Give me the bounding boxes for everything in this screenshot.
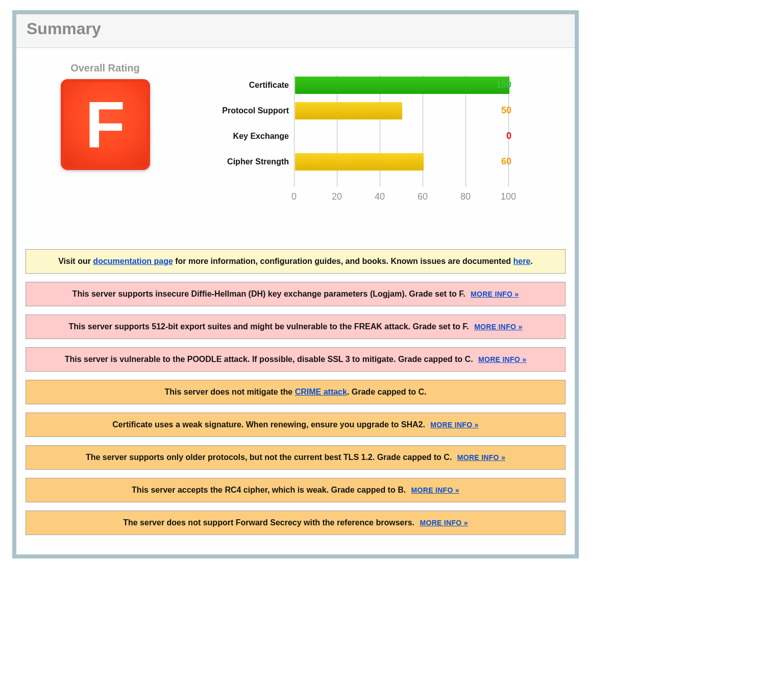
chart-tick-label: 40 (375, 191, 385, 202)
chart-value: 50 (501, 105, 511, 116)
chart-tick-label: 60 (418, 191, 428, 202)
grade-badge: F (61, 79, 150, 170)
chart-tick-label: 100 (501, 191, 516, 202)
more-info-link[interactable]: MORE INFO » (420, 519, 468, 527)
overall-rating-label: Overall Rating (29, 62, 182, 74)
chart-row-label: Certificate (182, 81, 294, 90)
chart-row-label: Cipher Strength (182, 157, 294, 166)
chart-bar (295, 77, 509, 94)
chart-bar (295, 102, 402, 119)
notice-text: Certificate uses a weak signature. When … (112, 420, 427, 429)
more-info-link[interactable]: MORE INFO » (478, 355, 526, 363)
more-info-link[interactable]: MORE INFO » (430, 421, 478, 429)
scores-chart: 020406080100 Certificate100Protocol Supp… (182, 75, 562, 223)
more-info-link[interactable]: MORE INFO » (457, 453, 505, 462)
notice-warn: This server does not mitigate the CRIME … (26, 380, 566, 404)
notice-warn: This server accepts the RC4 cipher, whic… (26, 478, 566, 502)
chart-tick-label: 0 (291, 191, 297, 202)
notice-text: This server is vulnerable to the POODLE … (65, 355, 475, 363)
chart-tick-label: 20 (332, 191, 342, 202)
more-info-link[interactable]: MORE INFO » (471, 290, 519, 298)
link-documentation[interactable]: documentation page (93, 257, 173, 265)
link-known_issues[interactable]: here (513, 257, 531, 265)
notice-danger: This server supports insecure Diffie-Hel… (26, 282, 566, 306)
chart-value: 0 (506, 131, 511, 141)
notice-list: Visit our documentation page for more in… (26, 249, 566, 535)
notice-text: The server does not support Forward Secr… (123, 518, 416, 527)
summary-panel: Summary Overall Rating F 020406080100 Ce… (12, 10, 579, 559)
chart-value: 100 (496, 80, 511, 90)
notice-text: This server accepts the RC4 cipher, whic… (132, 486, 408, 494)
chart-row: Key Exchange (182, 128, 562, 145)
notice-text: This server supports insecure Diffie-Hel… (72, 289, 468, 298)
chart-value: 60 (501, 156, 511, 167)
notice-warn: The server supports only older protocols… (26, 445, 566, 470)
notice-text: The server supports only older protocols… (86, 453, 454, 462)
chart-row-label: Key Exchange (182, 132, 294, 141)
page-title: Summary (27, 19, 565, 38)
chart-tick-label: 80 (460, 191, 471, 202)
summary-header: Summary (16, 14, 575, 48)
more-info-link[interactable]: MORE INFO » (474, 323, 522, 331)
more-info-link[interactable]: MORE INFO » (411, 486, 459, 494)
notice-danger: This server is vulnerable to the POODLE … (26, 347, 566, 372)
notice-warn: The server does not support Forward Secr… (26, 511, 566, 535)
link-crime[interactable]: CRIME attack (295, 387, 347, 396)
notice-info: Visit our documentation page for more in… (26, 249, 566, 274)
notice-text: This server supports 512-bit export suit… (69, 322, 472, 331)
notice-danger: This server supports 512-bit export suit… (26, 314, 566, 339)
grade-letter: F (85, 92, 125, 157)
chart-row-label: Protocol Support (182, 106, 294, 115)
notice-warn: Certificate uses a weak signature. When … (26, 413, 566, 437)
overall-rating: Overall Rating F (29, 59, 182, 170)
chart-bar (295, 153, 424, 171)
